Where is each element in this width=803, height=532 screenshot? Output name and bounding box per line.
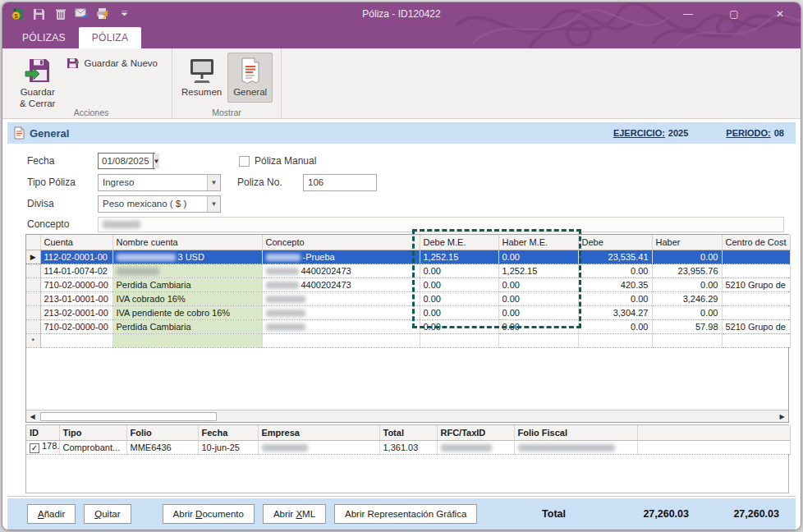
cell[interactable]: Perdida Cambiaria: [112, 319, 262, 333]
cell[interactable]: 0.00: [578, 291, 652, 305]
cell[interactable]: 0.00: [578, 264, 652, 277]
column-header[interactable]: Debe M.E.: [420, 235, 498, 250]
cell[interactable]: 0.00: [578, 319, 652, 333]
cell[interactable]: 0.00: [498, 319, 578, 333]
close-button[interactable]: ✕: [771, 6, 789, 22]
resumen-button[interactable]: Resumen: [176, 53, 227, 103]
quick-print-icon[interactable]: [96, 7, 110, 21]
poliza-manual-checkbox[interactable]: [239, 156, 250, 167]
column-header[interactable]: Cuenta: [40, 235, 112, 250]
tipo-poliza-dropdown-icon[interactable]: ▼: [207, 175, 220, 190]
row-selector[interactable]: [26, 264, 40, 277]
cell[interactable]: 0.00: [420, 319, 498, 333]
table-row[interactable]: 213-01-0001-00IVA cobrado 16%0.000.000.0…: [26, 291, 790, 305]
cell[interactable]: 213-01-0001-00: [40, 291, 112, 305]
cell[interactable]: 23,535.41: [578, 250, 652, 264]
column-header[interactable]: Haber: [652, 235, 722, 250]
cell[interactable]: 0.00: [420, 305, 498, 319]
save-icon[interactable]: [32, 7, 46, 21]
cell[interactable]: 3 USD: [112, 250, 262, 264]
column-header[interactable]: Total: [379, 425, 437, 440]
column-header[interactable]: Haber M.E.: [498, 235, 578, 250]
table-row[interactable]: 114-01-0074-0244002024730.001,252.150.00…: [26, 264, 790, 277]
cell[interactable]: Perdida Cambiaria: [112, 277, 262, 291]
cell[interactable]: 3,304.27: [578, 305, 652, 319]
cell[interactable]: 5210 Grupo de: [722, 319, 790, 333]
cell[interactable]: 1,252.15: [498, 264, 578, 277]
toolbar-dropdown-icon[interactable]: [117, 7, 131, 21]
cell[interactable]: 23,955.76: [652, 264, 722, 277]
cell[interactable]: 0.00: [420, 277, 498, 291]
column-header[interactable]: [637, 425, 790, 440]
cell[interactable]: [722, 333, 790, 347]
cell[interactable]: 0.00: [420, 291, 498, 305]
delete-icon[interactable]: [53, 7, 67, 21]
scroll-left-icon[interactable]: ◀: [26, 410, 39, 422]
minimize-button[interactable]: —: [679, 6, 697, 22]
footer-button-quitar[interactable]: Quitar: [84, 504, 131, 524]
cell[interactable]: [262, 333, 420, 347]
cell[interactable]: 0.00: [498, 291, 578, 305]
cell[interactable]: 1,361.03: [379, 440, 437, 454]
guardar-cerrar-button[interactable]: Guardar & Cerrar: [14, 53, 61, 115]
cell[interactable]: IVA cobrado 16%: [112, 291, 262, 305]
cell[interactable]: 0.00: [498, 250, 578, 264]
column-header[interactable]: ID: [26, 425, 59, 440]
cell[interactable]: 0.00: [652, 305, 722, 319]
send-mail-icon[interactable]: [75, 7, 89, 21]
footer-button-abrir-xml[interactable]: Abrir XML: [263, 504, 326, 524]
column-header[interactable]: Empresa: [258, 425, 379, 440]
scrollbar-thumb[interactable]: [40, 412, 217, 421]
cell[interactable]: [722, 250, 790, 264]
tipo-poliza-select[interactable]: Ingreso ▼: [98, 174, 221, 191]
row-selector[interactable]: [26, 277, 40, 291]
maximize-button[interactable]: ▢: [725, 6, 743, 22]
divisa-select[interactable]: Peso mexicano ( $ ) ▼: [98, 195, 221, 213]
column-header[interactable]: Tipo: [59, 425, 126, 440]
cell[interactable]: 3,246.29: [652, 291, 722, 305]
cell[interactable]: -Prueba: [262, 250, 420, 264]
cell[interactable]: 420.35: [578, 277, 652, 291]
cell[interactable]: [722, 305, 790, 319]
cell[interactable]: 114-01-0074-02: [40, 264, 112, 277]
column-header[interactable]: Nombre cuenta: [112, 235, 262, 250]
cell[interactable]: [262, 291, 420, 305]
cell[interactable]: 1,252.15: [420, 250, 498, 264]
cell[interactable]: IVA pendiente de cobro 16%: [112, 305, 262, 319]
cell[interactable]: 4400202473: [262, 277, 420, 291]
cell[interactable]: 5210 Grupo de: [722, 277, 790, 291]
footer-button-abrir-representaci-n-gr-fica[interactable]: Abrir Representación Gráfica: [334, 504, 477, 524]
cell[interactable]: [578, 333, 652, 347]
general-button[interactable]: General: [227, 53, 273, 103]
fecha-field[interactable]: 01/08/2025 ▼: [98, 153, 155, 169]
cell[interactable]: 57.98: [652, 319, 722, 333]
row-selector[interactable]: [26, 291, 40, 305]
column-header[interactable]: Concepto: [262, 235, 420, 250]
tab-polizas[interactable]: PÓLIZAS: [9, 27, 79, 48]
cell[interactable]: [262, 305, 420, 319]
cell[interactable]: [112, 264, 262, 277]
ejercicio[interactable]: EJERCICIO:2025: [613, 128, 688, 138]
row-selector[interactable]: ▶: [26, 250, 40, 264]
column-header[interactable]: Debe: [578, 235, 652, 250]
tab-poliza[interactable]: PÓLIZA: [79, 27, 141, 48]
cell[interactable]: 213-02-0001-00: [40, 305, 112, 319]
cell[interactable]: 0.00: [652, 250, 722, 264]
row-selector[interactable]: [26, 305, 40, 319]
concepto-field[interactable]: [98, 217, 784, 232]
cell[interactable]: [637, 440, 790, 454]
divisa-dropdown-icon[interactable]: ▼: [207, 196, 220, 212]
table-row[interactable]: 710-02-0000-00Perdida Cambiaria440020247…: [26, 277, 790, 291]
fecha-dropdown-icon[interactable]: ▼: [153, 154, 160, 168]
cell[interactable]: 710-02-0000-00: [40, 277, 112, 291]
table-row[interactable]: ▶112-02-0001-003 USD-Prueba1,252.150.002…: [26, 250, 790, 264]
cell[interactable]: [258, 440, 379, 454]
cell[interactable]: [40, 333, 112, 347]
cell[interactable]: [420, 333, 498, 347]
cell[interactable]: 4400202473: [262, 264, 420, 277]
cell[interactable]: [498, 333, 578, 347]
table-row[interactable]: 710-02-0000-00Perdida Cambiaria0.000.000…: [26, 319, 790, 333]
table-row[interactable]: *: [26, 333, 790, 347]
column-header[interactable]: Folio: [126, 425, 198, 440]
cell[interactable]: [652, 333, 722, 347]
